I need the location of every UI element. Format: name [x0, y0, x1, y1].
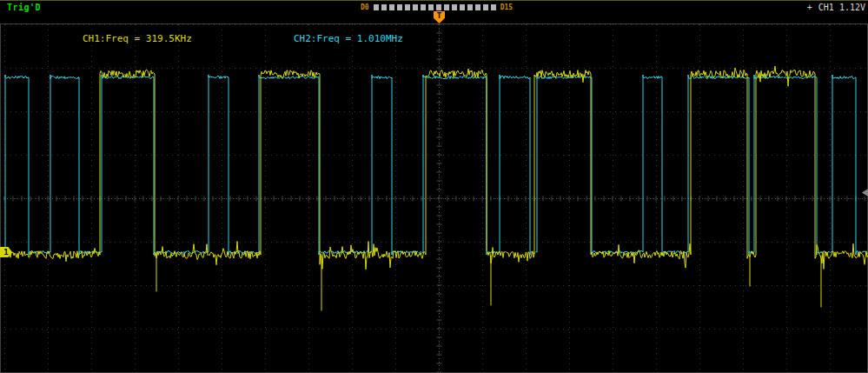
- digital-channel-square: [413, 4, 418, 10]
- digital-channel-square: [475, 4, 480, 10]
- trigger-status: Trig'D: [7, 3, 41, 12]
- ch1-trace: [0, 66, 868, 310]
- digital-channel-square: [421, 4, 426, 10]
- digital-channel-squares: [374, 4, 496, 10]
- ch1-voltage-readout: CH1 1.12V: [818, 3, 865, 12]
- d0-label: D0: [361, 3, 369, 11]
- digital-channel-square: [460, 4, 465, 10]
- digital-channel-square: [444, 4, 449, 10]
- d15-label: D15: [500, 3, 513, 11]
- digital-channel-square: [381, 4, 387, 10]
- digital-channel-square: [374, 4, 379, 10]
- digital-channel-square: [483, 4, 488, 10]
- digital-channel-square: [389, 4, 394, 10]
- digital-channel-square: [491, 4, 496, 10]
- channel-readout: + CH1 1.12V: [807, 3, 865, 12]
- digital-channel-square: [436, 4, 441, 10]
- digital-channel-square: [428, 4, 434, 10]
- digital-channel-square: [467, 4, 473, 10]
- oscilloscope-screen: Trig'D D0 D15 + CH1 1.12V T CH1:Freq = 3…: [0, 0, 868, 373]
- digital-channel-square: [405, 4, 410, 10]
- digital-channel-square: [452, 4, 457, 10]
- digital-channel-square: [397, 4, 402, 10]
- ch1-frequency-annotation: CH1:Freq = 319.5KHz: [83, 33, 192, 44]
- plus-icon: +: [807, 3, 812, 12]
- waveform-svg: [0, 23, 868, 373]
- digital-channel-indicators: D0 D15: [361, 3, 513, 11]
- ch2-frequency-annotation: CH2:Freq = 1.010MHz: [294, 33, 403, 44]
- waveform-area: [0, 23, 868, 373]
- ch2-trace: [0, 75, 868, 255]
